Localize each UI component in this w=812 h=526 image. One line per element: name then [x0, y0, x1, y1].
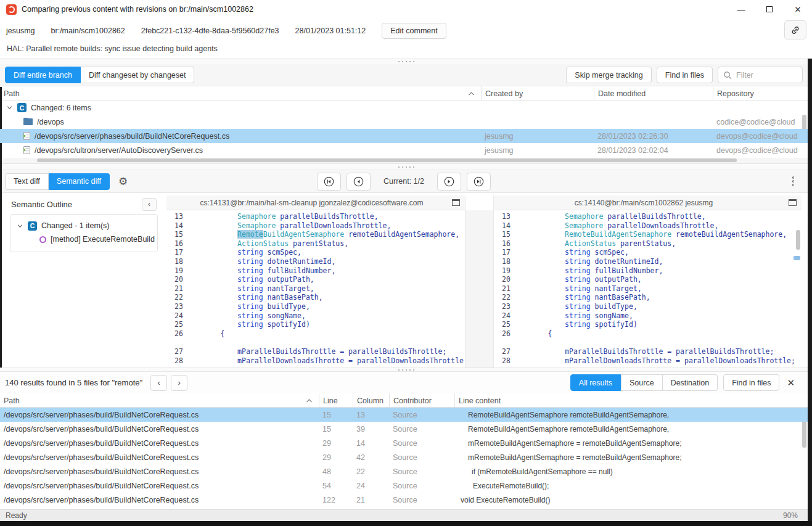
column-header-created-by[interactable]: Created by [481, 86, 594, 101]
result-contributor: Source [389, 439, 454, 448]
result-row[interactable]: /devops/src/server/phases/build/BuildNet… [0, 436, 808, 450]
results-column-contributor[interactable]: Contributor [389, 393, 454, 408]
splitter-top[interactable] [0, 59, 812, 64]
tab-diff-changeset-by-changeset[interactable]: Diff changeset by changeset [81, 67, 195, 83]
scrollbar-thumb[interactable] [796, 230, 800, 250]
edit-comment-button[interactable]: Edit comment [382, 23, 446, 39]
code-line: 24 string songName, [166, 311, 465, 321]
result-row[interactable]: /devops/src/server/phases/build/BuildNet… [0, 479, 808, 493]
diff-panel-destination: cs:14140@br:/main/scm1002862 jesusmg 13 … [493, 195, 802, 368]
line-number [494, 338, 514, 347]
filter-input[interactable] [736, 71, 792, 80]
changed-badge: C [28, 221, 37, 231]
maximize-button[interactable] [755, 0, 784, 18]
file-tree-row[interactable]: /devops/src/ultron/server/AutoDiscoveryS… [0, 143, 808, 157]
skip-merge-tracking-button[interactable]: Skip merge tracking [566, 67, 651, 83]
tab-destination[interactable]: Destination [663, 374, 718, 391]
result-row[interactable]: /devops/src/server/phases/build/BuildNet… [0, 450, 808, 464]
code-token: outputPath, [591, 275, 642, 284]
result-contributor: Source [389, 467, 454, 476]
code-token: RemoteBuildAgentSemaphore [237, 230, 344, 239]
line-number: 14 [166, 221, 186, 231]
file-path: /devops [37, 118, 64, 126]
code-token: spotifyId) [591, 320, 638, 329]
code-line: 16 ActionStatus parentStatus, [494, 239, 802, 249]
code-token: fullBuildNumber, [263, 266, 336, 276]
code-token: string [237, 293, 263, 302]
tab-semantic-diff[interactable]: Semantic diff [49, 173, 110, 190]
column-header-repository[interactable]: Repository [713, 86, 808, 101]
line-number: 26 [166, 329, 186, 339]
code-text [514, 221, 565, 231]
code-token: string [565, 266, 591, 276]
copy-link-button[interactable] [784, 20, 806, 39]
tab-all-results[interactable]: All results [570, 374, 621, 391]
scrollbar-thumb[interactable] [802, 421, 806, 448]
result-row[interactable]: /devops/src/server/phases/build/BuildNet… [0, 464, 808, 479]
horizontal-scrollbar[interactable] [0, 158, 808, 163]
code-scrollbar[interactable] [796, 225, 800, 336]
tab-source[interactable]: Source [621, 374, 663, 391]
code-text [514, 320, 565, 329]
line-number: 27 [166, 347, 186, 356]
line-number: 26 [494, 329, 514, 339]
results-scrollbar[interactable] [802, 414, 806, 501]
scrollbar-thumb[interactable] [37, 158, 737, 162]
column-header-path[interactable]: Path [0, 86, 481, 101]
file-tree-row[interactable]: CChanged: 6 items [0, 101, 808, 115]
first-diff-button[interactable] [317, 173, 341, 191]
code-token: string [237, 302, 263, 311]
changeset-header: jesusmg br:/main/scm1002862 2febc221-c13… [0, 18, 812, 59]
line-number: 20 [166, 275, 186, 284]
code-text [514, 230, 565, 239]
outline-group-row[interactable]: C Changed - 1 item(s) [10, 219, 157, 232]
filter-search-box[interactable] [718, 67, 803, 83]
diff-position-marker[interactable] [794, 256, 800, 260]
find-in-files-button-results[interactable]: Find in files [723, 374, 779, 391]
column-header-date-modified[interactable]: Date modified [594, 86, 713, 101]
code-token: parentStatus, [289, 239, 348, 249]
minimize-button[interactable]: — [727, 0, 755, 18]
result-row[interactable]: /devops/src/server/phases/build/BuildNet… [0, 422, 808, 436]
source-code-view[interactable]: 13 Semaphore parallelBuildsThrottle,14 S… [166, 210, 465, 365]
collapse-panel-button[interactable]: ‹ [142, 198, 157, 211]
results-column-path[interactable]: Path [0, 393, 319, 408]
file-tree-row[interactable]: /devops/src/server/phases/build/BuildNet… [0, 129, 808, 143]
tab-text-diff[interactable]: Text diff [5, 173, 49, 190]
code-text [186, 257, 237, 266]
close-results-icon[interactable]: ✕ [787, 377, 795, 388]
destination-code-view[interactable]: 13 Semaphore parallelBuildsThrottle,14 S… [494, 210, 802, 365]
code-token: string [565, 248, 591, 257]
code-token: parallelBuildsThrottle, [276, 212, 378, 221]
file-tree-row[interactable]: /devopscodice@codice@cloud [0, 115, 808, 129]
splitter-middle[interactable] [0, 163, 812, 170]
results-column-line[interactable]: Line [319, 393, 353, 408]
maximize-panel-icon[interactable] [452, 199, 460, 206]
splitter-bottom[interactable] [0, 368, 812, 372]
previous-result-button[interactable]: ‹ [150, 375, 167, 391]
results-column-column[interactable]: Column [353, 393, 389, 408]
code-token: { [547, 329, 552, 339]
result-row[interactable]: /devops/src/server/phases/build/BuildNet… [0, 408, 808, 422]
more-options-button[interactable] [792, 176, 795, 186]
diff-main-area: Semantic Outline ‹ C Changed - 1 item(s)… [0, 193, 808, 368]
next-result-button[interactable]: › [171, 375, 187, 391]
current-diff-label: Current: 1/2 [383, 177, 424, 186]
next-diff-button[interactable] [437, 173, 461, 191]
file-path: /devops/src/ultron/server/AutoDiscoveryS… [35, 146, 203, 155]
tab-diff-entire-branch[interactable]: Diff entire branch [5, 67, 81, 83]
file-icon [23, 146, 30, 154]
settings-gear-icon[interactable]: ⚙ [118, 175, 128, 187]
result-row[interactable]: /devops/src/server/phases/build/BuildNet… [0, 493, 808, 507]
find-in-files-button[interactable]: Find in files [657, 67, 713, 83]
last-icon [474, 176, 484, 187]
file-icon [23, 132, 30, 140]
results-column-line-content[interactable]: Line content [454, 393, 808, 408]
result-line: 15 [319, 411, 353, 419]
previous-diff-button[interactable] [347, 173, 371, 191]
close-button[interactable]: ✕ [784, 0, 812, 18]
code-line: 18 string dotnetRuntimeId, [166, 257, 465, 266]
maximize-panel-icon[interactable] [789, 199, 797, 206]
outline-method-row[interactable]: [method] ExecuteRemoteBuild () : vc [10, 232, 157, 246]
last-diff-button[interactable] [467, 173, 491, 191]
